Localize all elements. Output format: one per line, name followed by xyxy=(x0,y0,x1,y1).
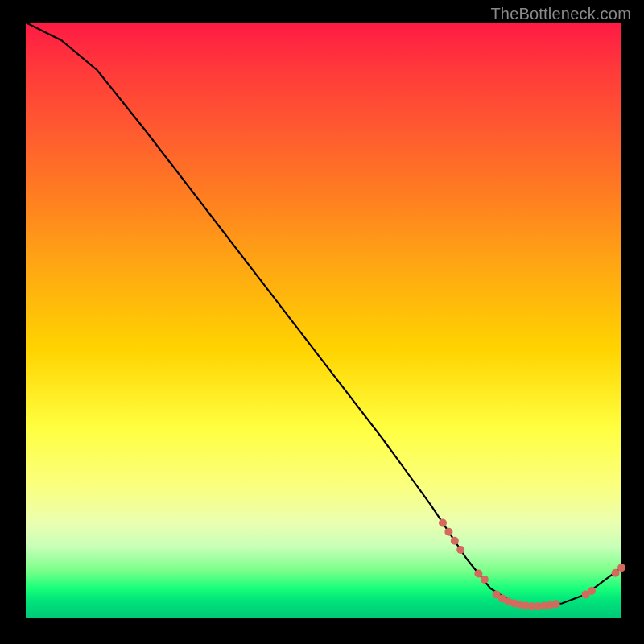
marker-dot xyxy=(456,546,464,554)
marker-dot xyxy=(439,519,447,527)
series-svg xyxy=(26,23,621,618)
marker-dot xyxy=(481,576,489,584)
marker-dot xyxy=(444,528,452,536)
curve-line xyxy=(26,23,621,606)
markers-group xyxy=(439,519,625,611)
marker-dot xyxy=(552,600,560,608)
marker-dot xyxy=(451,537,459,545)
marker-dot xyxy=(474,570,482,578)
marker-dot xyxy=(612,569,620,577)
plot-area xyxy=(26,23,621,618)
chart-stage: TheBottleneck.com xyxy=(0,0,644,644)
watermark-text: TheBottleneck.com xyxy=(490,5,631,23)
marker-dot xyxy=(588,587,596,595)
marker-dot xyxy=(617,564,625,572)
